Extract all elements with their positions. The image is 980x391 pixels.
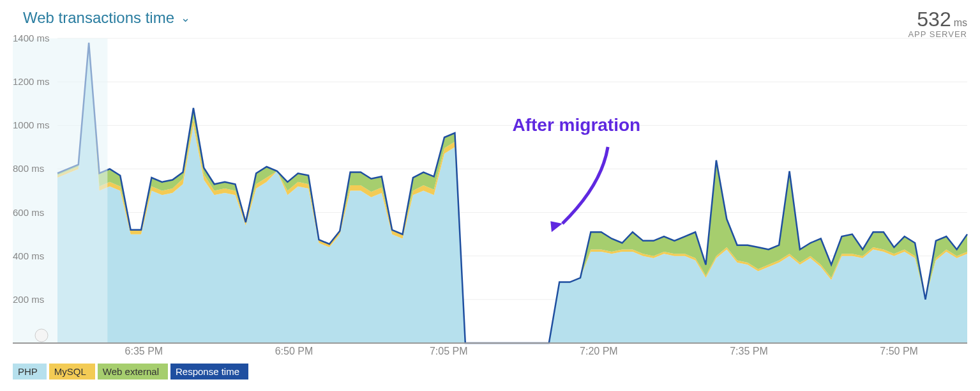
metric-label: APP SERVER — [908, 29, 967, 39]
svg-text:1400 ms: 1400 ms — [13, 33, 50, 43]
svg-text:7:05 PM: 7:05 PM — [430, 346, 468, 356]
svg-text:7:35 PM: 7:35 PM — [730, 346, 768, 356]
legend-item-webext[interactable]: Web external — [98, 364, 168, 379]
chart-container: Web transactions time ⌄ 532ms APP SERVER… — [0, 0, 980, 391]
chart-title-text: Web transactions time — [23, 9, 174, 27]
legend-item-mysql[interactable]: MySQL — [49, 364, 95, 379]
svg-text:6:35 PM: 6:35 PM — [125, 346, 163, 356]
legend: PHP MySQL Web external Response time — [13, 364, 248, 379]
chart-svg: 200 ms400 ms600 ms800 ms1000 ms1200 ms14… — [13, 38, 967, 343]
series-php — [57, 43, 967, 343]
svg-text:200 ms: 200 ms — [13, 294, 44, 305]
annotation-text: After migration — [513, 115, 641, 135]
chevron-down-icon: ⌄ — [181, 11, 190, 25]
metric-value: 532 — [917, 8, 951, 31]
svg-text:7:20 PM: 7:20 PM — [580, 346, 618, 356]
svg-text:1200 ms: 1200 ms — [13, 76, 50, 87]
svg-text:1000 ms: 1000 ms — [13, 119, 50, 130]
svg-text:800 ms: 800 ms — [13, 163, 44, 174]
chart-title-dropdown[interactable]: Web transactions time ⌄ — [23, 9, 190, 27]
svg-text:6:50 PM: 6:50 PM — [275, 346, 313, 356]
plot-area[interactable]: 200 ms400 ms600 ms800 ms1000 ms1200 ms14… — [13, 38, 967, 343]
svg-text:600 ms: 600 ms — [13, 207, 44, 218]
annotation-arrow — [546, 147, 608, 234]
time-slider-knob[interactable] — [35, 329, 48, 342]
legend-item-response[interactable]: Response time — [170, 364, 248, 379]
metric-unit: ms — [954, 17, 967, 28]
summary-metric: 532ms APP SERVER — [908, 9, 967, 39]
svg-text:400 ms: 400 ms — [13, 250, 44, 261]
legend-item-php[interactable]: PHP — [13, 364, 47, 379]
svg-text:7:50 PM: 7:50 PM — [880, 346, 918, 356]
